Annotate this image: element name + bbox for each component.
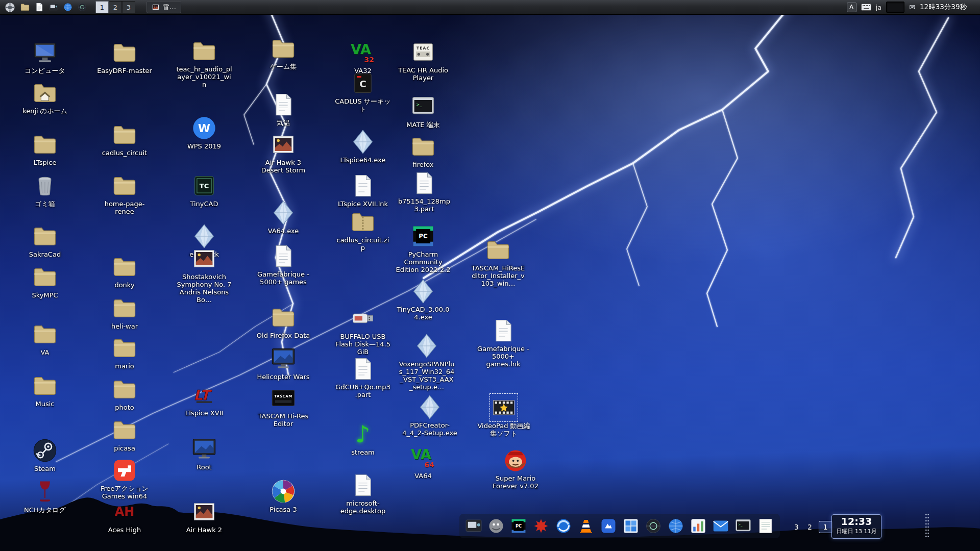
image-icon [270, 131, 297, 158]
mate-menu-icon[interactable] [4, 2, 16, 13]
desktop-icon[interactable]: VA64.exe [255, 199, 311, 235]
dark-globe-app-icon[interactable] [644, 517, 663, 535]
desktop-icon[interactable]: b75154_128mp3.part [396, 170, 452, 213]
bottom-workspace-3[interactable]: 3 [792, 521, 801, 533]
desktop-icon-label: Super Mario Forever v7.02 [487, 475, 544, 490]
desktop-icon[interactable]: Air Hawk 3 Desert Storm [255, 131, 311, 174]
notes-app-icon[interactable] [756, 517, 775, 535]
desktop-icon[interactable]: 気温 [255, 91, 311, 127]
globe-app-icon[interactable] [667, 517, 685, 535]
keyboard-layout-icon[interactable] [861, 4, 871, 11]
desktop-icon[interactable]: donky [96, 254, 153, 289]
bottom-clock[interactable]: 12:33 日曜日 13 11月 [831, 514, 881, 539]
desktop-icon[interactable]: ゲーム集 [255, 35, 311, 71]
desktop-icon[interactable]: cadlus_circuit [96, 121, 153, 157]
panel-clock[interactable]: 12時33分39秒 [920, 3, 967, 12]
desktop-icon[interactable]: TCTinyCAD [176, 172, 232, 208]
desktop-icon[interactable]: TEACTEAC HR Audio Player [395, 39, 451, 82]
desktop-icon[interactable]: heli-war [96, 295, 153, 331]
desktop-icon[interactable]: LTspice64.exe [335, 129, 391, 164]
desktop-icon[interactable]: VA [17, 321, 73, 357]
gimp-icon[interactable] [487, 517, 505, 535]
desktop-icon[interactable]: SakraCad [17, 223, 73, 259]
folder-icon [191, 38, 217, 64]
red-leaf-app-icon[interactable] [532, 517, 550, 535]
workspace-button-2[interactable]: 2 [109, 1, 122, 13]
desktop-icon[interactable]: VoxengoSPANPlus_117_Win32_64_VST_VST3_AA… [399, 333, 455, 391]
display-app-icon[interactable] [48, 2, 59, 12]
file-icon [270, 91, 297, 118]
screen-capture-icon[interactable] [464, 517, 483, 535]
mail-app-icon[interactable] [712, 517, 730, 535]
bottom-workspace-2[interactable]: 2 [805, 521, 814, 533]
desktop-icon[interactable]: Shostakovich Symphony No. 7 Andris Nelso… [176, 245, 232, 304]
desktop-icon[interactable]: Old Firefox Data [255, 304, 311, 340]
desktop-icon[interactable]: PCPyCharm Community Edition 2022.2.2 [395, 223, 451, 274]
folder-icon [32, 321, 58, 347]
workspace-button-3[interactable]: 3 [122, 1, 135, 13]
desktop-icon[interactable]: ゴミ箱 [17, 172, 73, 208]
desktop-icon[interactable]: Super Mario Forever v7.02 [487, 447, 544, 490]
desktop-icon[interactable]: GdCU6+Qo.mp3.part [335, 356, 391, 399]
desktop-icon[interactable]: home-page-renee [96, 172, 153, 216]
clock-app-icon[interactable] [77, 2, 87, 12]
desktop-icon[interactable]: Helicopter Wars [255, 345, 311, 381]
desktop-icon[interactable]: >_MATE 端末 [395, 93, 451, 129]
bottom-workspace-1[interactable]: 1 [819, 521, 832, 533]
system-monitor-icon[interactable] [689, 517, 707, 535]
desktop-icon[interactable]: ♪stream [335, 421, 391, 457]
file-manager-icon[interactable] [20, 2, 30, 12]
desktop-icon[interactable]: コンピュータ [17, 39, 73, 75]
desktop-icon[interactable]: CCADLUS サーキット [335, 70, 391, 113]
taskbar-window-button[interactable]: 雷… [146, 1, 181, 13]
desktop-icon[interactable]: TASCAM_HiResEditor_Installer_v103_win… [470, 237, 526, 288]
input-method-indicator[interactable]: A [847, 3, 856, 12]
photo-swirl-app-icon[interactable] [554, 517, 573, 535]
workspace-button-1[interactable]: 1 [95, 1, 109, 13]
vlc-icon[interactable] [577, 517, 595, 535]
desktop-icon[interactable]: teac_hr_audio_player_v10021_win [176, 38, 232, 89]
notification-tray [886, 2, 904, 13]
desktop-icon[interactable]: Air Hawk 2 [176, 498, 232, 534]
desktop-icon[interactable]: Music [17, 372, 73, 408]
desktop-icon[interactable]: Gamefabrique - 5000+ games.lnk [475, 317, 531, 368]
blue-app-icon[interactable] [599, 517, 618, 535]
desktop-icon[interactable]: firefox [395, 133, 451, 169]
desktop-icon[interactable]: LTspice [17, 131, 73, 167]
desktop-icon[interactable]: kenji のホーム [17, 80, 73, 115]
desktop-icon[interactable]: VA64VA64 [395, 444, 451, 480]
desktop-icon[interactable]: TinyCAD_3.00.04.exe [395, 278, 451, 321]
desktop-icon[interactable]: WWPS 2019 [176, 115, 232, 151]
terminal-app-icon[interactable]: >_ [734, 517, 752, 535]
desktop-icon[interactable]: AHAces High [96, 498, 153, 534]
desktop-icon[interactable]: photo [96, 376, 153, 412]
browser-app-icon[interactable] [63, 2, 73, 12]
desktop-icon-label: Old Firefox Data [257, 332, 310, 340]
desktop-icon[interactable]: BUFFALO USB Flash Disk—14.5 GiB [335, 305, 391, 356]
desktop-icon-label: picasa [114, 445, 135, 453]
desktop-icon[interactable]: Steam [17, 437, 73, 473]
desktop-icon[interactable]: picasa [96, 417, 153, 453]
document-viewer-icon[interactable] [34, 2, 44, 12]
desktop-icon[interactable]: LTLTspice XVII [176, 382, 232, 417]
desktop-icon[interactable]: TASCAMTASCAM Hi-Res Editor [255, 385, 311, 428]
desktop-icon[interactable]: NCHカタログ [17, 479, 73, 514]
desktop-icon[interactable]: SkyMPC [17, 264, 73, 299]
desktop-icon[interactable]: Gamefabrique - 5000+ games [255, 243, 311, 286]
panel-handle[interactable] [925, 513, 929, 539]
desktop-icon[interactable]: mario [96, 335, 153, 370]
desktop-icon[interactable]: cadlus_circuit.zip [335, 209, 391, 252]
desktop-icon[interactable]: Root [176, 436, 232, 471]
desktop-icon[interactable]: FreeアクションGames win64 [96, 457, 153, 500]
desktop-icon[interactable]: LTspice XVII.lnk [335, 172, 391, 208]
desktop-icon[interactable]: PDFCreator-4_4_2-Setup.exe [402, 394, 458, 437]
desktop-icon[interactable]: VideoPad 動画編集ソフト [476, 394, 532, 438]
desktop-icon[interactable]: Picasa 3 [255, 478, 311, 514]
mail-indicator-icon[interactable]: ✉ [909, 3, 915, 11]
desktop-icon[interactable]: microsoft-edge.desktop [335, 472, 391, 515]
window-grid-app-icon[interactable] [622, 517, 640, 535]
pycharm-icon[interactable]: PC [509, 517, 528, 535]
top-panel: 123 雷… A ja ✉ 12時33分39秒 [0, 0, 980, 15]
desktop-icon[interactable]: EasyDRF-master [96, 39, 153, 75]
keyboard-layout-label[interactable]: ja [876, 4, 882, 11]
